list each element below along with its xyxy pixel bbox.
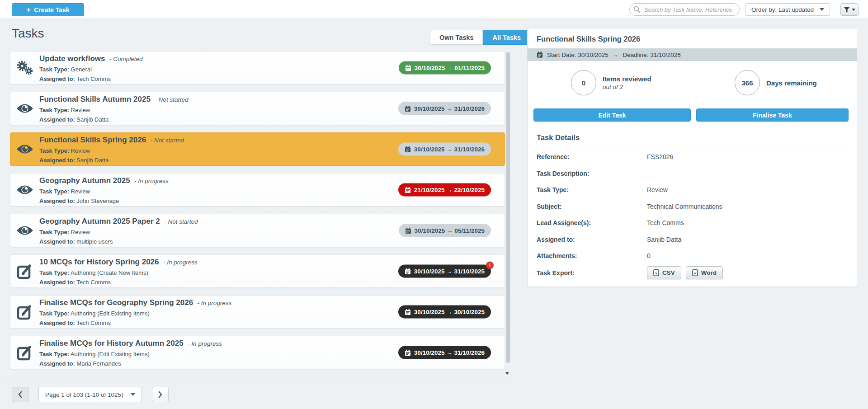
next-page-button[interactable] xyxy=(152,387,169,402)
export-csv-button[interactable]: x CSV xyxy=(647,266,681,279)
task-status: - In progress xyxy=(134,178,169,184)
task-type-label: Task Type: xyxy=(39,310,69,317)
date-range-text: 21/10/2025 → 22/10/2025 xyxy=(414,187,485,193)
task-detail-fields: Reference: FSS2026 Task Description: Tas… xyxy=(537,152,849,268)
date-range-badge: 30/10/2025 → 31/10/2026 ! xyxy=(398,102,491,115)
stat-value: 0 xyxy=(582,79,585,87)
assigned-to-label: Assigned to: xyxy=(39,238,75,245)
task-list-item[interactable]: Functional Skills Autumn 2025 - Not star… xyxy=(10,92,505,125)
eye-icon xyxy=(10,184,39,196)
task-list-item[interactable]: Finalise MCQs for Geography Spring 2026 … xyxy=(10,295,505,329)
task-title: Geography Autumn 2025 Paper 2 xyxy=(39,217,160,226)
export-word-button[interactable]: w Word xyxy=(686,266,723,279)
tab-label: All Tasks xyxy=(492,34,521,41)
filter-button[interactable] xyxy=(840,3,859,16)
task-type-value: Review xyxy=(71,188,90,195)
deadline-text: Deadline: 31/10/2026 xyxy=(623,52,680,58)
field-label: Subject: xyxy=(537,203,647,210)
stats-row: 0 Items reviewed out of 2 366 Days remai… xyxy=(528,70,857,104)
stat-label: Days remaining xyxy=(766,79,817,87)
task-list-item[interactable]: Functional Skills Spring 2026 - Not star… xyxy=(10,132,505,166)
task-list-item[interactable]: 10 MCQs for History Spring 2026 - In pro… xyxy=(10,254,505,288)
detail-field-row: Task Description: xyxy=(537,169,849,185)
csv-file-icon: x xyxy=(653,269,659,276)
search-box xyxy=(629,3,740,16)
task-type-value: Review xyxy=(71,229,90,235)
chevron-down-icon xyxy=(505,372,509,375)
date-range-badge: 30/10/2025 → 31/10/2025 ! xyxy=(398,265,491,278)
field-value: Sanjib Datta xyxy=(647,236,681,243)
scrollbar-thumb[interactable] xyxy=(506,52,510,363)
task-title: Functional Skills Autumn 2025 xyxy=(39,95,151,103)
assigned-to-label: Assigned to: xyxy=(39,320,75,326)
pencil-icon xyxy=(10,304,39,320)
field-label: Lead Assignee(s): xyxy=(537,219,647,226)
date-range-text: 30/10/2025 → 01/11/2025 xyxy=(415,65,485,71)
edit-task-button[interactable]: Edit Task xyxy=(533,108,691,122)
task-view-tabs: Own TasksAll Tasks xyxy=(430,30,530,45)
divider xyxy=(537,147,849,147)
stat-value: 366 xyxy=(741,79,753,87)
task-type-label: Task Type: xyxy=(39,147,69,154)
detail-field-row: Assigned to: Sanjib Datta xyxy=(537,235,849,251)
assigned-to-label: Assigned to: xyxy=(39,157,75,164)
create-task-button[interactable]: + Create Task xyxy=(12,3,84,16)
word-file-icon: w xyxy=(692,269,698,276)
task-list: Update workflows - Completed Task Type: … xyxy=(10,51,505,376)
order-by-label: Order by: Last updated xyxy=(751,6,814,13)
finalise-task-button[interactable]: Finalise Task xyxy=(696,108,849,122)
calendar-icon xyxy=(405,65,411,71)
field-label: Attachments: xyxy=(537,252,647,259)
detail-field-row: Lead Assignee(s): Tech Comms xyxy=(537,218,849,235)
task-title: Finalise MCQs for History Autumn 2025 xyxy=(39,339,184,348)
search-input[interactable] xyxy=(629,3,740,16)
date-range-badge: 30/10/2025 → 31/10/2026 ! xyxy=(398,346,491,359)
date-range-badge: 30/10/2025 → 31/10/2026 ! xyxy=(398,143,491,156)
assigned-to-value: John Stevenage xyxy=(76,197,119,204)
date-range-text: 30/10/2025 → 31/10/2026 xyxy=(414,349,485,356)
create-task-label: Create Task xyxy=(34,6,69,14)
assigned-to-label: Assigned to: xyxy=(39,116,75,123)
field-label: Reference: xyxy=(537,153,647,160)
task-type-value: Review xyxy=(71,107,90,113)
gears-icon xyxy=(10,60,39,76)
order-by-dropdown[interactable]: Order by: Last updated xyxy=(745,3,830,16)
stat: 0 Items reviewed out of 2 xyxy=(571,70,651,95)
tab-own-tasks[interactable]: Own Tasks xyxy=(430,30,483,45)
field-value: 0 xyxy=(647,252,651,259)
assigned-to-value: Tech Comms xyxy=(76,75,111,82)
task-type-value: Authoring (Create New Items) xyxy=(71,269,148,276)
field-value: Tech Comms xyxy=(647,219,684,226)
list-scrollbar[interactable] xyxy=(506,51,510,378)
task-status: - Completed xyxy=(109,56,143,62)
calendar-icon xyxy=(405,227,411,234)
task-type-label: Task Type: xyxy=(39,107,69,113)
task-list-item[interactable]: Update workflows - Completed Task Type: … xyxy=(10,51,505,85)
task-status: - In progress xyxy=(188,340,222,347)
tab-all-tasks[interactable]: All Tasks xyxy=(483,30,530,45)
app: + Create Task Order by: Last updated Tas… xyxy=(0,0,868,409)
assigned-to-value: Maria Fernandes xyxy=(76,360,121,367)
task-status: - Not started xyxy=(155,96,188,103)
export-csv-label: CSV xyxy=(662,269,675,276)
page-select-dropdown[interactable]: Page 1 of 103 (1-10 of 1025) xyxy=(38,387,142,402)
detail-field-row: Subject: Technical Communications xyxy=(537,202,849,218)
eye-icon xyxy=(10,103,39,114)
previous-page-button[interactable] xyxy=(12,387,28,402)
date-range-text: 30/10/2025 → 05/11/2025 xyxy=(415,227,485,234)
task-list-item[interactable]: Finalise MCQs for History Autumn 2025 - … xyxy=(10,336,505,369)
page-select-label: Page 1 of 103 (1-10 of 1025) xyxy=(45,391,123,398)
calendar-icon xyxy=(405,187,411,193)
task-status: - Not started xyxy=(164,218,198,225)
detail-title: Functional Skills Spring 2026 xyxy=(537,35,640,43)
task-list-item[interactable]: Geography Autumn 2025 Paper 2 - Not star… xyxy=(10,214,505,247)
assigned-to-value: Tech Comms xyxy=(76,279,111,286)
scroll-down-button[interactable] xyxy=(504,370,511,377)
task-list-item[interactable]: Geography Autumn 2025 - In progress Task… xyxy=(10,173,505,207)
assigned-to-value: Sanjib Datta xyxy=(76,157,108,164)
assigned-to-label: Assigned to: xyxy=(39,75,75,82)
stat-circle: 366 xyxy=(735,70,760,95)
task-status: - In progress xyxy=(163,259,198,266)
task-type-value: Authoring (Edit Existing Items) xyxy=(71,351,150,357)
task-type-label: Task Type: xyxy=(39,269,69,276)
